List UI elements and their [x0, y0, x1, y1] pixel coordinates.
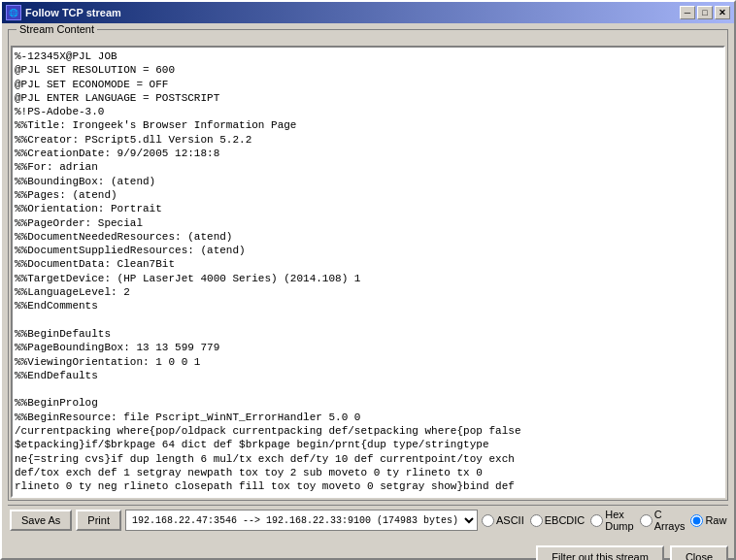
radio-ebcdic[interactable]: EBCDIC: [530, 514, 585, 527]
save-as-button[interactable]: Save As: [10, 510, 72, 531]
close-button[interactable]: Close: [670, 545, 728, 561]
filter-out-button[interactable]: Filter out this stream: [536, 545, 664, 561]
bottom-actions: Filter out this stream Close: [2, 542, 734, 561]
radio-raw[interactable]: Raw: [690, 514, 726, 527]
print-button[interactable]: Print: [76, 510, 121, 531]
window-content: Stream Content %-12345X@PJL JOB @PJL SET…: [2, 23, 734, 542]
window-icon: 🌐: [6, 5, 21, 20]
maximize-button[interactable]: □: [697, 6, 713, 19]
bottom-toolbar: Save As Print 192.168.22.47:3546 --> 192…: [8, 505, 728, 536]
minimize-button[interactable]: ─: [680, 6, 695, 19]
radio-ascii[interactable]: ASCII: [482, 514, 524, 527]
title-bar: 🌐 Follow TCP stream ─ □ ✕: [2, 2, 734, 23]
stream-content-group: Stream Content %-12345X@PJL JOB @PJL SET…: [8, 29, 728, 501]
close-window-button[interactable]: ✕: [715, 6, 730, 19]
stream-text-area[interactable]: %-12345X@PJL JOB @PJL SET RESOLUTION = 6…: [11, 46, 725, 498]
title-bar-buttons: ─ □ ✕: [680, 6, 730, 19]
encoding-radio-group: ASCII EBCDIC Hex Dump C Arrays Raw: [482, 509, 726, 532]
radio-hexdump[interactable]: Hex Dump: [590, 509, 633, 532]
group-box-label: Stream Content: [17, 23, 97, 35]
radio-carrays[interactable]: C Arrays: [640, 509, 686, 532]
connection-dropdown[interactable]: 192.168.22.47:3546 --> 192.168.22.33:910…: [125, 510, 478, 531]
window-title: Follow TCP stream: [25, 7, 680, 18]
main-window: 🌐 Follow TCP stream ─ □ ✕ Stream Content…: [0, 0, 736, 560]
